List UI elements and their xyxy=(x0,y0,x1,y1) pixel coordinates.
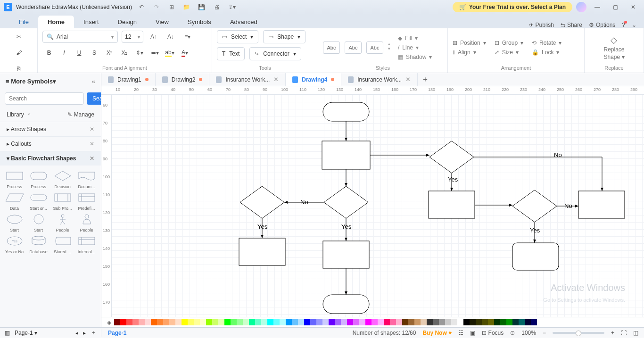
color-swatch[interactable] xyxy=(433,319,439,325)
color-swatch[interactable] xyxy=(224,319,231,325)
bold-button[interactable]: B xyxy=(42,46,56,59)
connector-tool[interactable]: ⤷ Connector ▾ xyxy=(249,47,301,60)
color-swatch[interactable] xyxy=(298,319,304,325)
options-button[interactable]: ⚙ Options xyxy=(589,22,615,28)
menu-tab-home[interactable]: Home xyxy=(38,16,74,28)
shape-tool[interactable]: ▭ Shape ▾ xyxy=(263,30,305,43)
color-swatch[interactable] xyxy=(341,319,347,325)
color-swatch[interactable] xyxy=(347,319,353,325)
line-button[interactable]: / Line▾ xyxy=(398,44,432,51)
color-swatch[interactable] xyxy=(488,319,494,325)
color-swatch[interactable] xyxy=(365,319,372,325)
maximize-button[interactable]: ▢ xyxy=(608,0,622,14)
rotate-button[interactable]: ⟲ Rotate▾ xyxy=(532,40,561,46)
italic-button[interactable]: I xyxy=(58,46,71,59)
shape-item[interactable]: Sub Pro... xyxy=(51,191,74,211)
zoom-out-button[interactable]: − xyxy=(543,330,546,336)
color-swatch[interactable] xyxy=(310,319,316,325)
color-swatch[interactable] xyxy=(335,319,341,325)
color-swatch[interactable] xyxy=(231,319,237,325)
increase-font-button[interactable]: A↑ xyxy=(147,30,160,43)
shape-item[interactable]: Start xyxy=(27,213,50,232)
color-swatch[interactable] xyxy=(114,319,120,325)
document-tab[interactable]: Drawing1 xyxy=(101,73,156,86)
color-swatch[interactable] xyxy=(157,319,163,325)
color-swatch[interactable] xyxy=(512,319,519,325)
line-spacing-button[interactable]: ⇕▾ xyxy=(133,46,146,59)
subscript-button[interactable]: X₂ xyxy=(118,46,131,59)
color-swatch[interactable] xyxy=(163,319,169,325)
color-swatch[interactable] xyxy=(500,319,506,325)
shape-item[interactable]: YesYes or No xyxy=(3,234,26,254)
color-swatch[interactable] xyxy=(525,319,531,325)
style-preset-2[interactable]: Abc xyxy=(345,41,362,54)
color-swatch[interactable] xyxy=(531,319,537,325)
strikethrough-button[interactable]: S xyxy=(88,46,101,59)
color-swatch[interactable] xyxy=(267,319,273,325)
color-swatch[interactable] xyxy=(427,319,433,325)
fit-page-button[interactable]: ⛶ xyxy=(621,330,627,336)
shape-item[interactable]: Decision xyxy=(51,169,74,189)
export-button[interactable]: ⇪▾ xyxy=(226,1,238,13)
color-swatch[interactable] xyxy=(206,319,212,325)
position-button[interactable]: ⊞ Position▾ xyxy=(453,40,486,46)
color-swatch[interactable] xyxy=(463,319,470,325)
publish-button[interactable]: ✈ Publish xyxy=(529,22,554,28)
color-swatch[interactable] xyxy=(445,319,451,325)
style-gallery[interactable]: Abc Abc Abc ▴▾ xyxy=(323,41,390,54)
category-basic-flowchart[interactable]: ▾ Basic Flowchart Shapes✕ xyxy=(0,151,101,166)
color-swatch[interactable] xyxy=(188,319,194,325)
minimize-button[interactable]: — xyxy=(590,0,604,14)
color-swatch[interactable] xyxy=(304,319,310,325)
open-button[interactable]: 📁 xyxy=(181,1,192,13)
document-tab[interactable]: Insurance Work...✕ xyxy=(341,73,418,86)
symbol-search-button[interactable]: Search xyxy=(87,92,101,105)
next-page-button[interactable]: ▸ xyxy=(83,330,86,336)
highlight-button[interactable]: ab▾ xyxy=(163,46,176,59)
cut-button[interactable]: ✂ xyxy=(12,30,25,43)
color-swatch[interactable] xyxy=(482,319,488,325)
panels-button[interactable]: ◫ xyxy=(633,330,638,336)
page-tab[interactable]: Page-1 xyxy=(101,330,133,336)
shape-item[interactable]: People xyxy=(51,213,74,232)
color-swatch[interactable] xyxy=(353,319,359,325)
color-swatch[interactable] xyxy=(402,319,408,325)
color-swatch[interactable] xyxy=(384,319,390,325)
category-arrow-shapes[interactable]: ▸ Arrow Shapes✕ xyxy=(0,122,101,136)
menu-tab-symbols[interactable]: Symbols xyxy=(178,16,221,28)
shape-item[interactable]: Database xyxy=(27,234,50,254)
group-button[interactable]: ⊡ Group▾ xyxy=(495,40,523,46)
zoom-slider[interactable] xyxy=(553,332,604,334)
font-name-select[interactable]: 🔍 Arial ▾ xyxy=(42,31,118,43)
select-tool[interactable]: ▭ Select ▾ xyxy=(217,30,258,43)
color-swatch[interactable] xyxy=(139,319,145,325)
zoom-in-button[interactable]: + xyxy=(611,330,614,336)
color-swatch[interactable] xyxy=(396,319,402,325)
redo-button[interactable]: ↷ xyxy=(151,1,162,13)
color-swatch[interactable] xyxy=(457,319,463,325)
shape-item[interactable]: Process xyxy=(3,169,26,189)
replace-shape-button[interactable]: ◇ Replace Shape ▾ xyxy=(600,35,628,60)
color-swatch[interactable] xyxy=(243,319,249,325)
size-button[interactable]: ⤢ Size▾ xyxy=(495,49,523,56)
color-swatch[interactable] xyxy=(329,319,335,325)
canvas[interactable]: 60708090100110120130140150160170 No Yes … xyxy=(101,95,644,317)
shape-item[interactable]: Process xyxy=(27,169,50,189)
document-tab[interactable]: Drawing2 xyxy=(156,73,210,86)
shape-item[interactable]: Predefi... xyxy=(75,191,98,211)
color-swatch[interactable] xyxy=(200,319,206,325)
close-icon[interactable]: ✕ xyxy=(90,126,94,133)
color-swatch[interactable] xyxy=(182,319,188,325)
shape-item[interactable]: Start xyxy=(3,213,26,232)
style-preset-1[interactable]: Abc xyxy=(323,41,340,54)
color-swatch[interactable] xyxy=(212,319,218,325)
color-swatch[interactable] xyxy=(249,319,255,325)
color-swatch[interactable] xyxy=(175,319,182,325)
color-swatch[interactable] xyxy=(169,319,175,325)
menu-tab-insert[interactable]: Insert xyxy=(74,16,108,28)
lock-button[interactable]: 🔒 Lock▾ xyxy=(532,49,561,56)
new-button[interactable]: ⊞ xyxy=(166,1,177,13)
library-toggle[interactable]: Library ⌃ xyxy=(7,111,31,118)
color-swatch[interactable] xyxy=(421,319,427,325)
close-icon[interactable]: ✕ xyxy=(90,141,94,147)
